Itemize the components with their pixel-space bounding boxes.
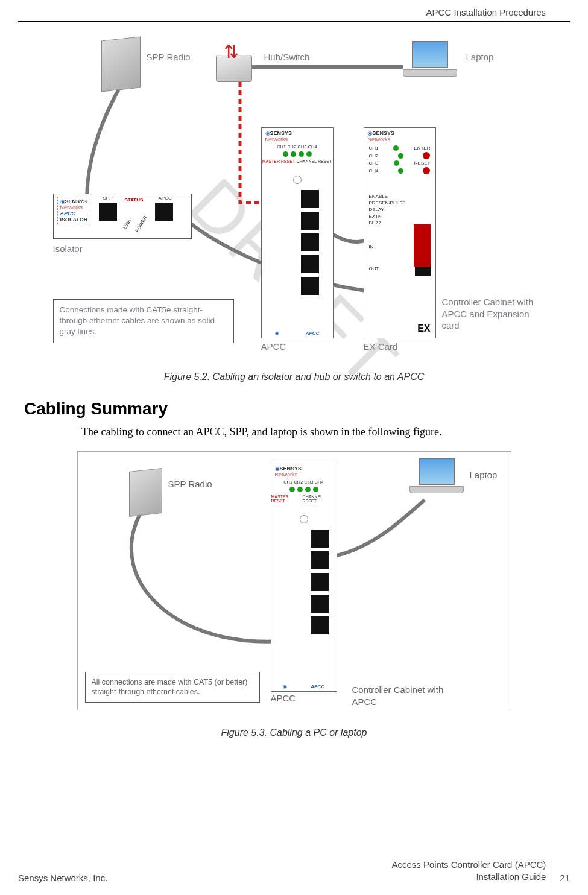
isolator-device: ◉SENSYS Networks APCC ISOLATOR SPP STATU… [53, 194, 192, 239]
hub-arrows-icon: ⇅ [224, 41, 239, 62]
apcc-port-spp0 [311, 616, 329, 634]
apcc-bottom-label: ◉APCC [262, 330, 333, 336]
isolator-port-apcc [155, 203, 173, 221]
page-header: APCC Installation Procedures [18, 0, 570, 22]
figure-5-2-note: Connections made with CAT5e straight-thr… [53, 299, 234, 343]
label-laptop: Laptop [470, 470, 498, 480]
ex-card: ◉SENSYS Networks CH1ENTER CH2 CH3RESET C… [364, 127, 436, 338]
label-controller-cabinet: Controller Cabinet with APCC and Expansi… [442, 296, 539, 332]
page-footer: Sensys Networks, Inc. Access Points Cont… [18, 859, 570, 884]
section-title: APCC Installation Procedures [426, 7, 546, 17]
apcc-port-usb [301, 190, 319, 208]
label-apcc: APCC [261, 341, 286, 352]
isolator-port-spp [99, 203, 117, 221]
section-paragraph: The cabling to connect an APCC, SPP, and… [81, 425, 564, 439]
apcc-indicator-circle [300, 515, 308, 523]
apcc-port-ethernet [311, 551, 329, 569]
figure-5-3-caption: Figure 5.3. Cabling a PC or laptop [24, 727, 564, 738]
apcc-brand: ◉SENSYS Networks [271, 463, 337, 480]
ex-dip-switch [414, 224, 431, 267]
isolator-port-apcc-label: APCC [159, 195, 172, 201]
footer-doc-title: Access Points Controller Card (APCC) [391, 859, 546, 871]
apcc-port-spp1 [311, 595, 329, 613]
label-spp-radio: SPP Radio [168, 479, 212, 489]
label-spp-radio: SPP Radio [147, 52, 191, 62]
apcc-leds [271, 487, 337, 492]
figure-5-2: DRAFT SPP Radio ⇅ Hub/Switch Laptop ◉SEN… [47, 34, 542, 365]
apcc-port-usb [311, 530, 329, 548]
apcc-bottom-label: ◉APCC [271, 684, 337, 689]
apcc-port-ex-card [301, 233, 319, 251]
footer-doc-subtitle: Installation Guide [391, 871, 546, 883]
label-controller-cabinet: Controller Cabinet with APCC [352, 684, 455, 707]
footer-company: Sensys Networks, Inc. [18, 873, 107, 883]
apcc-reset-labels: MASTER RESET CHANNEL RESET [271, 495, 337, 503]
label-ex-card: EX Card [364, 341, 398, 352]
laptop-icon [409, 458, 464, 500]
ex-card-mark: EX [417, 323, 430, 334]
label-apcc: APCC [271, 693, 296, 703]
isolator-status-label: STATUS [125, 197, 144, 203]
figure-5-2-caption: Figure 5.2. Cabling an isolator and hub … [24, 372, 564, 382]
apcc-leds [262, 151, 333, 157]
section-heading: Cabling Summary [24, 399, 564, 419]
isolator-link-label: LINK [122, 218, 132, 230]
isolator-power-label: POWER [134, 215, 148, 233]
apcc-port-ex-card [311, 573, 329, 591]
apcc-reset-labels: MASTER RESET CHANNEL RESET [262, 159, 333, 163]
figure-5-3: SPP Radio Laptop ◉SENSYS Networks CH1 CH… [77, 451, 511, 710]
spp-radio-icon [129, 468, 162, 517]
footer-page-number: 21 [560, 873, 570, 883]
apcc-port-spp1 [301, 255, 319, 273]
spp-radio-icon [101, 37, 141, 92]
apcc-indicator-circle [293, 176, 302, 184]
apcc-ch-labels: CH1 CH2 CH3 CH4 [271, 480, 337, 484]
figure-5-3-note: All connections are made with CAT5 (or b… [85, 672, 260, 703]
isolator-port-spp-label: SPP [103, 195, 113, 201]
label-isolator: Isolator [53, 244, 83, 254]
label-hub-switch: Hub/Switch [264, 52, 310, 62]
isolator-brand: ◉SENSYS Networks APCC ISOLATOR [57, 197, 91, 224]
apcc-brand: ◉SENSYS Networks [262, 128, 333, 145]
apcc-ch-labels: CH1 CH2 CH3 CH4 [262, 145, 333, 149]
laptop-icon [403, 41, 457, 83]
label-laptop: Laptop [466, 52, 494, 62]
apcc-card: ◉SENSYS Networks CH1 CH2 CH3 CH4 MASTER … [261, 127, 334, 338]
apcc-port-ethernet [301, 212, 319, 230]
apcc-port-spp0 [301, 277, 319, 295]
apcc-card: ◉SENSYS Networks CH1 CH2 CH3 CH4 MASTER … [271, 463, 337, 692]
ex-brand: ◉SENSYS Networks [364, 128, 435, 145]
